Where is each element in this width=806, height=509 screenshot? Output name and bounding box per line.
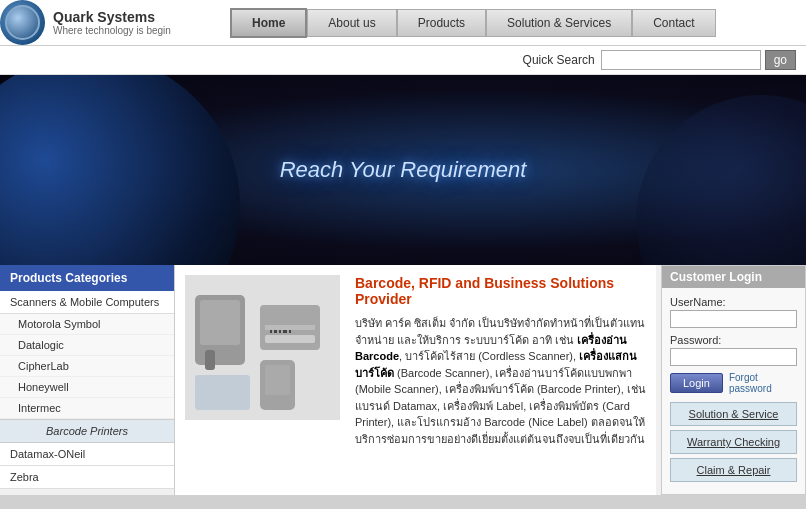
- top-bar: Quark Systems Where technology is begin …: [0, 0, 806, 46]
- nav-bar: HomeAbout usProductsSolution & ServicesC…: [230, 8, 716, 38]
- sidebar-sub-intermec[interactable]: Intermec: [0, 398, 174, 419]
- hero-banner: Reach Your Requirement: [0, 75, 806, 265]
- hero-earth2-graphic: [636, 95, 806, 265]
- sidebar-cat-zebra[interactable]: Zebra: [0, 466, 174, 489]
- sidebar-sub-datalogic[interactable]: Datalogic: [0, 335, 174, 356]
- logo-circle-inner: [5, 5, 40, 40]
- main-content: Products Categories Scanners & Mobile Co…: [0, 265, 806, 495]
- svg-rect-10: [274, 330, 277, 333]
- password-input[interactable]: [670, 348, 797, 366]
- service-link-solution-&-service[interactable]: Solution & Service: [670, 402, 797, 426]
- login-button[interactable]: Login: [670, 373, 723, 393]
- login-actions: Login Forgot password: [670, 372, 797, 394]
- svg-rect-2: [200, 300, 240, 345]
- search-go-button[interactable]: go: [765, 50, 796, 70]
- search-bar: Quick Search go: [0, 46, 806, 75]
- logo-subtitle: Where technology is begin: [53, 25, 171, 36]
- svg-rect-12: [283, 330, 287, 333]
- sidebar-cat-scanners-&-mobile-computers[interactable]: Scanners & Mobile Computers: [0, 291, 174, 314]
- product-image-placeholder: [185, 275, 340, 420]
- login-panel: Customer Login UserName: Password: Login…: [661, 265, 806, 495]
- username-label: UserName:: [670, 296, 797, 308]
- svg-rect-5: [265, 325, 315, 330]
- product-collage-svg: [185, 275, 340, 420]
- sidebar-sub-cipherlab[interactable]: CipherLab: [0, 356, 174, 377]
- product-image-area: [185, 275, 345, 447]
- sidebar-sub-honeywell[interactable]: Honeywell: [0, 377, 174, 398]
- sidebar: Products Categories Scanners & Mobile Co…: [0, 265, 175, 495]
- nav-item-products[interactable]: Products: [397, 9, 486, 37]
- svg-rect-3: [205, 350, 215, 370]
- nav-item-solution-&-services[interactable]: Solution & Services: [486, 9, 632, 37]
- search-input[interactable]: [601, 50, 761, 70]
- logo-title: Quark Systems: [53, 9, 171, 25]
- nav-item-contact[interactable]: Contact: [632, 9, 715, 37]
- forgot-password-link[interactable]: Forgot password: [729, 372, 797, 394]
- password-label: Password:: [670, 334, 797, 346]
- username-input[interactable]: [670, 310, 797, 328]
- svg-rect-6: [265, 335, 315, 343]
- sidebar-cat-datamax-oneil[interactable]: Datamax-ONeil: [0, 443, 174, 466]
- logo-area: Quark Systems Where technology is begin: [0, 0, 230, 45]
- product-description: Barcode, RFID and Business Solutions Pro…: [355, 275, 646, 447]
- content-area: Barcode, RFID and Business Solutions Pro…: [175, 265, 656, 495]
- content-inner: Barcode, RFID and Business Solutions Pro…: [185, 275, 646, 447]
- product-title: Barcode, RFID and Business Solutions Pro…: [355, 275, 646, 307]
- svg-rect-9: [270, 330, 272, 333]
- login-panel-title: Customer Login: [662, 266, 805, 288]
- svg-rect-14: [195, 375, 250, 410]
- search-label: Quick Search: [523, 53, 595, 67]
- logo-text: Quark Systems Where technology is begin: [53, 9, 171, 36]
- sidebar-section-barcode-printers[interactable]: Barcode Printers: [0, 419, 174, 443]
- logo-icon: [0, 0, 45, 45]
- svg-rect-11: [279, 330, 281, 333]
- svg-rect-8: [265, 365, 290, 395]
- hero-tagline: Reach Your Requirement: [280, 157, 527, 183]
- svg-rect-13: [289, 330, 291, 333]
- sidebar-sub-motorola-symbol[interactable]: Motorola Symbol: [0, 314, 174, 335]
- service-link-claim-&-repair[interactable]: Claim & Repair: [670, 458, 797, 482]
- sidebar-title: Products Categories: [0, 265, 174, 291]
- product-body: บริษัท คาร์ค ซิสเต็ม จำกัด เป็นบริษัทจำก…: [355, 315, 646, 447]
- nav-item-about-us[interactable]: About us: [307, 9, 396, 37]
- hero-earth-graphic: [0, 75, 240, 265]
- service-link-warranty-checking[interactable]: Warranty Checking: [670, 430, 797, 454]
- nav-item-home[interactable]: Home: [230, 8, 307, 38]
